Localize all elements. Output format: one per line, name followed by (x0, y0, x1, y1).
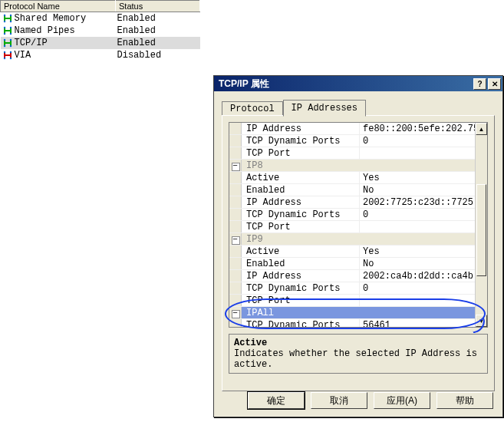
propgrid-value[interactable]: 2002:ca4b:d2dd::ca4b:d2dd (360, 270, 475, 282)
tcpip-properties-dialog: TCP/IP 属性 ? ✕ Protocol IP Addresses IP A… (213, 75, 503, 417)
propgrid-value[interactable]: 56461 (360, 319, 475, 327)
protocol-row[interactable]: VIADisabled (1, 49, 200, 61)
propgrid-label: Enabled (242, 184, 360, 196)
propgrid-value[interactable]: 0 (360, 135, 475, 147)
propgrid-value[interactable]: Yes (360, 172, 475, 183)
close-button[interactable]: ✕ (488, 78, 501, 90)
dialog-button-row: 确定 取消 应用(A) 帮助 (248, 392, 493, 409)
svg-point-4 (9, 15, 11, 16)
propgrid-row[interactable]: TCP Dynamic Ports56461 (229, 319, 475, 327)
propgrid-gutter (229, 147, 242, 159)
svg-point-13 (9, 33, 11, 35)
description-text: Indicates whether the selected IP Addres… (234, 348, 483, 370)
dialog-title: TCP/IP 属性 (219, 77, 269, 91)
propgrid-category[interactable]: −IP8 (229, 160, 475, 172)
protocol-status-cell: Disabled (116, 49, 200, 61)
collapse-toggle-icon[interactable]: − (229, 233, 242, 245)
protocol-icon (2, 38, 13, 48)
propgrid-label: IP Address (242, 123, 360, 134)
scroll-down-button[interactable]: ▼ (476, 315, 487, 327)
propgrid-value[interactable] (360, 147, 475, 159)
protocol-icon (2, 14, 13, 23)
propgrid-label: IPAll (242, 307, 475, 318)
svg-point-26 (3, 58, 5, 59)
propgrid-label: IP9 (242, 233, 475, 245)
propgrid-row[interactable]: TCP Port (229, 147, 475, 160)
propgrid-gutter (229, 196, 242, 208)
propgrid-gutter (229, 135, 242, 147)
propgrid-value[interactable]: fe80::200:5efe:202.75.210.2 (360, 123, 475, 134)
propgrid-label: Enabled (242, 258, 360, 269)
propgrid-row[interactable]: TCP Port (229, 295, 475, 307)
protocol-name-cell: TCP/IP (1, 37, 116, 49)
propgrid-value[interactable]: 0 (360, 209, 475, 220)
propgrid-row[interactable]: IP Address2002:7725:c23d::7725:c23d (229, 196, 475, 209)
svg-point-12 (3, 33, 5, 35)
svg-point-20 (9, 45, 11, 47)
propgrid-row[interactable]: IP Address2002:ca4b:d2dd::ca4b:d2dd (229, 270, 475, 282)
property-grid[interactable]: IP Addressfe80::200:5efe:202.75.210.2TCP… (229, 122, 488, 328)
scrollbar-vertical[interactable]: ▲ ▼ (475, 123, 487, 327)
propgrid-row[interactable]: TCP Dynamic Ports0 (229, 282, 475, 295)
protocol-row[interactable]: Shared MemoryEnabled (1, 12, 200, 25)
propgrid-row[interactable]: EnabledNo (229, 258, 475, 270)
propgrid-label: TCP Dynamic Ports (242, 282, 360, 294)
propgrid-row[interactable]: EnabledNo (229, 184, 475, 196)
propgrid-value[interactable]: 2002:7725:c23d::7725:c23d (360, 196, 475, 208)
propgrid-gutter (229, 184, 242, 196)
help-button[interactable]: ? (473, 78, 486, 90)
description-panel: Active Indicates whether the selected IP… (229, 334, 488, 374)
propgrid-value[interactable] (360, 295, 475, 306)
propgrid-value[interactable]: No (360, 184, 475, 196)
propgrid-label: TCP Dynamic Ports (242, 319, 360, 327)
scroll-thumb[interactable] (476, 184, 486, 276)
propgrid-label: TCP Port (242, 221, 360, 232)
propgrid-row[interactable]: IP Addressfe80::200:5efe:202.75.210.2 (229, 123, 475, 135)
protocol-status-cell: Enabled (116, 37, 200, 49)
protocol-row[interactable]: Named PipesEnabled (1, 25, 200, 37)
chevron-up-icon: ▲ (479, 126, 485, 133)
protocol-icon (2, 26, 13, 35)
col-header-status[interactable]: Status (116, 1, 200, 12)
protocol-status-cell: Enabled (116, 25, 200, 37)
propgrid-row[interactable]: ActiveYes (229, 246, 475, 258)
propgrid-value[interactable]: 0 (360, 282, 475, 294)
propgrid-row[interactable]: TCP Port (229, 221, 475, 233)
svg-point-6 (9, 21, 11, 22)
cancel-button[interactable]: 取消 (311, 392, 367, 409)
propgrid-value[interactable]: No (360, 258, 475, 269)
propgrid-label: IP8 (242, 160, 475, 171)
tab-protocol[interactable]: Protocol (222, 101, 283, 116)
chevron-down-icon: ▼ (479, 318, 485, 325)
propgrid-row[interactable]: ActiveYes (229, 172, 475, 184)
protocol-icon (2, 51, 13, 60)
scroll-up-button[interactable]: ▲ (476, 123, 487, 135)
propgrid-label: Active (242, 172, 360, 183)
ok-button[interactable]: 确定 (248, 392, 305, 409)
propgrid-value[interactable]: Yes (360, 246, 475, 257)
propgrid-gutter (229, 246, 242, 257)
tab-ip-addresses[interactable]: IP Addresses (283, 100, 366, 117)
col-header-protocol-name[interactable]: Protocol Name (1, 1, 116, 12)
collapse-toggle-icon[interactable]: − (229, 160, 242, 171)
protocol-status-cell: Enabled (116, 12, 200, 25)
close-icon: ✕ (492, 80, 498, 88)
collapse-toggle-icon[interactable]: − (229, 307, 242, 318)
protocol-table[interactable]: Protocol Name Status Shared MemoryEnable… (0, 0, 200, 61)
help-button-bottom[interactable]: 帮助 (436, 392, 493, 409)
protocol-row[interactable]: TCP/IPEnabled (1, 37, 200, 49)
svg-point-18 (9, 39, 11, 41)
apply-button[interactable]: 应用(A) (374, 392, 430, 409)
propgrid-gutter (229, 221, 242, 232)
propgrid-label: TCP Dynamic Ports (242, 135, 360, 147)
dialog-titlebar[interactable]: TCP/IP 属性 ? ✕ (214, 76, 502, 91)
svg-point-17 (3, 39, 5, 41)
svg-point-24 (3, 51, 5, 53)
propgrid-category[interactable]: −IP9 (229, 233, 475, 246)
propgrid-row[interactable]: TCP Dynamic Ports0 (229, 209, 475, 221)
propgrid-value[interactable] (360, 221, 475, 232)
propgrid-category[interactable]: −IPAll (229, 307, 475, 319)
propgrid-row[interactable]: TCP Dynamic Ports0 (229, 135, 475, 147)
propgrid-label: TCP Dynamic Ports (242, 209, 360, 220)
help-icon: ? (477, 80, 482, 88)
